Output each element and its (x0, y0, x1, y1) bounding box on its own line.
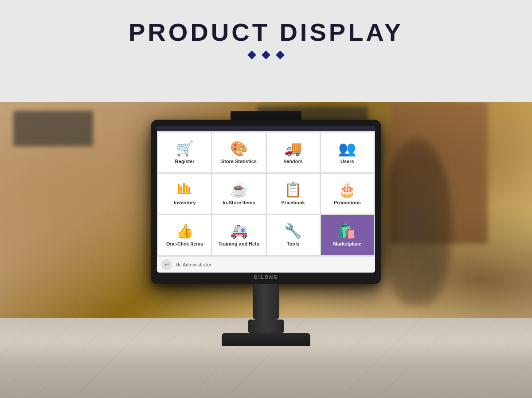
tile-marketplace[interactable]: 🛍️ Marketplace (321, 215, 374, 255)
monitor-screen: 🛒 Register 🎨 Store Statistics 🚚 Vendors … (157, 126, 375, 273)
brand-label: GILONG (157, 274, 375, 280)
instore-label: In-Store Items (223, 199, 255, 206)
pos-topbar (157, 126, 375, 131)
tile-instore-items[interactable]: ☕ In-Store Items (212, 174, 265, 214)
background-scene: 🛒 Register 🎨 Store Statistics 🚚 Vendors … (0, 102, 532, 398)
inventory-icon (177, 182, 192, 197)
monitor-stand-arm (248, 320, 284, 333)
svg-rect-1 (180, 186, 182, 193)
tools-icon: 🔧 (284, 224, 302, 238)
oneclick-icon: 👍 (176, 224, 194, 238)
promotions-icon: 🎂 (338, 183, 356, 197)
svg-rect-4 (188, 187, 190, 193)
user-greeting: Hi, Administrator (176, 262, 211, 267)
register-label: Register (175, 158, 195, 164)
vendors-icon: 🚚 (284, 141, 302, 156)
svg-rect-5 (177, 193, 192, 194)
tile-inventory[interactable]: Inventory (158, 174, 211, 214)
tile-store-statistics[interactable]: 🎨 Store Statistics (212, 133, 265, 172)
inventory-label: Inventory (174, 199, 196, 206)
stats-label: Store Statistics (221, 158, 257, 164)
marketplace-label: Marketplace (333, 241, 362, 247)
diamond-2 (262, 51, 270, 59)
tile-vendors[interactable]: 🚚 Vendors (267, 133, 320, 172)
pricebook-icon: 📋 (284, 183, 302, 197)
monitor-outer: 🛒 Register 🎨 Store Statistics 🚚 Vendors … (151, 120, 381, 284)
tile-users[interactable]: 👥 Users (321, 133, 374, 172)
tile-register[interactable]: 🛒 Register (158, 133, 211, 172)
secondary-display (231, 111, 301, 120)
pos-monitor: 🛒 Register 🎨 Store Statistics 🚚 Vendors … (151, 111, 381, 346)
svg-rect-2 (183, 183, 185, 193)
tile-promotions[interactable]: 🎂 Promotions (321, 174, 374, 214)
promotions-label: Promotions (334, 199, 361, 206)
user-avatar: ↩ (161, 259, 172, 270)
tile-tools[interactable]: 🔧 Tools (267, 215, 320, 255)
training-icon: 🚑 (230, 224, 248, 238)
diamond-3 (276, 51, 285, 59)
bg-chalkboard-left (13, 111, 93, 146)
monitor-stand-base (222, 333, 310, 346)
tile-training-help[interactable]: 🚑 Training and Help (212, 215, 265, 255)
svg-rect-0 (178, 184, 180, 193)
tile-oneclick-items[interactable]: 👍 One-Click Items (158, 215, 211, 255)
stats-icon: 🎨 (230, 141, 248, 156)
page-title: PRODUCT DISPLAY (0, 18, 532, 47)
pos-app-grid: 🛒 Register 🎨 Store Statistics 🚚 Vendors … (157, 131, 375, 256)
users-label: Users (340, 158, 354, 164)
instore-icon: ☕ (230, 183, 248, 197)
oneclick-label: One-Click Items (166, 241, 203, 247)
vendors-label: Vendors (283, 158, 302, 164)
diamond-1 (247, 51, 256, 59)
register-icon: 🛒 (176, 141, 194, 156)
training-label: Training and Help (219, 241, 259, 247)
tools-label: Tools (287, 241, 300, 247)
monitor-stand-neck (253, 284, 279, 320)
bg-person (381, 137, 452, 306)
marketplace-icon: 🛍️ (338, 224, 356, 238)
header: PRODUCT DISPLAY (0, 0, 532, 67)
decorative-diamonds (0, 52, 532, 58)
pos-statusbar: ↩ Hi, Administrator (157, 256, 375, 273)
pricebook-label: Pricebook (282, 199, 305, 206)
users-icon: 👥 (338, 141, 356, 156)
tile-pricebook[interactable]: 📋 Pricebook (267, 174, 320, 214)
svg-rect-3 (186, 185, 188, 193)
